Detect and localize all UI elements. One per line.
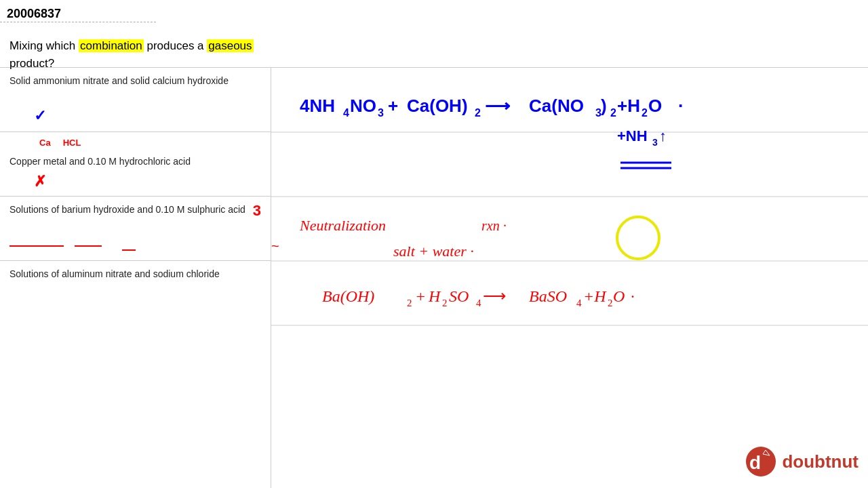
- option-1[interactable]: Solid ammonium nitrate and solid calcium…: [0, 68, 271, 132]
- svg-text:3: 3: [378, 107, 384, 119]
- option-4[interactable]: Solutions of aluminum nitrate and sodium…: [0, 261, 271, 325]
- svg-text:·: ·: [631, 287, 635, 305]
- svg-text:+H: +H: [583, 287, 607, 305]
- svg-text:2: 2: [475, 107, 481, 119]
- svg-text:+H: +H: [617, 96, 640, 116]
- svg-text:O: O: [648, 96, 662, 116]
- svg-text:rxn  ·: rxn ·: [481, 218, 507, 233]
- id-underline: [0, 22, 156, 22]
- svg-text:O: O: [613, 287, 625, 305]
- svg-text:2: 2: [642, 107, 648, 119]
- checkmark-icon: ✓: [34, 107, 46, 125]
- right-panel: 4NH 4 NO 3 + Ca(OH) 2 ⟶ Ca(NO 3 ) 2 +H 2…: [271, 68, 868, 488]
- svg-text:4: 4: [476, 298, 481, 308]
- svg-text:BaSO: BaSO: [529, 287, 567, 305]
- question-middle: produces a: [144, 39, 208, 52]
- svg-text:4: 4: [343, 107, 349, 119]
- svg-text:3: 3: [652, 137, 658, 148]
- option-3[interactable]: 3 Solutions of barium hydroxide and 0.10…: [0, 197, 271, 261]
- question-id: 20006837: [7, 7, 61, 21]
- svg-text:salt  +  water  ·: salt + water ·: [393, 243, 474, 260]
- option-3-text: Solutions of barium hydroxide and 0.10 M…: [9, 203, 261, 217]
- red-underline-1: [9, 245, 64, 247]
- svg-text:2: 2: [407, 298, 412, 308]
- svg-text:⟶: ⟶: [485, 96, 511, 116]
- annotation-ca: Ca HCL: [39, 138, 81, 148]
- svg-text:4: 4: [576, 298, 582, 308]
- svg-text:d: d: [749, 452, 761, 473]
- option-2-text: Copper metal and 0.10 M hydrochloric aci…: [9, 155, 261, 169]
- question-text: Mixing which combination produces a gase…: [9, 37, 254, 72]
- svg-text:2: 2: [442, 298, 448, 308]
- svg-text:↑: ↑: [659, 127, 667, 144]
- doubtnut-logo: d doubtnut: [744, 445, 859, 479]
- svg-text:2: 2: [610, 107, 616, 119]
- svg-text:+: +: [415, 287, 426, 305]
- question-highlight-combination: combination: [79, 39, 144, 52]
- svg-text:Neutralization: Neutralization: [299, 217, 386, 234]
- svg-text:·: ·: [678, 96, 683, 116]
- doubtnut-logo-text: doubtnut: [782, 451, 859, 472]
- svg-text:2: 2: [608, 298, 613, 308]
- doubtnut-d-icon: d: [744, 445, 778, 479]
- svg-text:H: H: [428, 287, 441, 305]
- option-1-text: Solid ammonium nitrate and solid calcium…: [9, 75, 261, 88]
- svg-text:Ba(OH): Ba(OH): [322, 287, 374, 305]
- question-highlight-gaseous: gaseous: [207, 39, 253, 52]
- option-2[interactable]: Ca HCL Copper metal and 0.10 M hydrochlo…: [0, 132, 271, 197]
- option-4-text: Solutions of aluminum nitrate and sodium…: [9, 268, 261, 281]
- svg-text:~: ~: [271, 239, 279, 253]
- svg-text:4NH: 4NH: [300, 96, 335, 116]
- top-bar: 20006837 Mixing which combination produc…: [0, 0, 868, 68]
- svg-text:Ca(NO: Ca(NO: [529, 96, 584, 116]
- xmark-icon: ✗: [34, 173, 46, 190]
- svg-text:SO: SO: [449, 287, 469, 305]
- option3-num: 3: [253, 202, 261, 220]
- red-underline-3: [122, 249, 136, 251]
- equation-svg: 4NH 4 NO 3 + Ca(OH) 2 ⟶ Ca(NO 3 ) 2 +H 2…: [271, 68, 868, 488]
- main-content: Solid ammonium nitrate and solid calcium…: [0, 68, 868, 488]
- svg-text:+: +: [388, 96, 398, 116]
- svg-text:Ca(OH): Ca(OH): [407, 96, 468, 116]
- svg-text:+NH: +NH: [617, 127, 648, 144]
- svg-text:): ): [601, 96, 607, 116]
- left-panel: Solid ammonium nitrate and solid calcium…: [0, 68, 271, 488]
- svg-text:⟶: ⟶: [483, 287, 506, 305]
- svg-text:NO: NO: [350, 96, 376, 116]
- question-prefix: Mixing which: [9, 39, 79, 52]
- red-underline-2: [75, 245, 102, 247]
